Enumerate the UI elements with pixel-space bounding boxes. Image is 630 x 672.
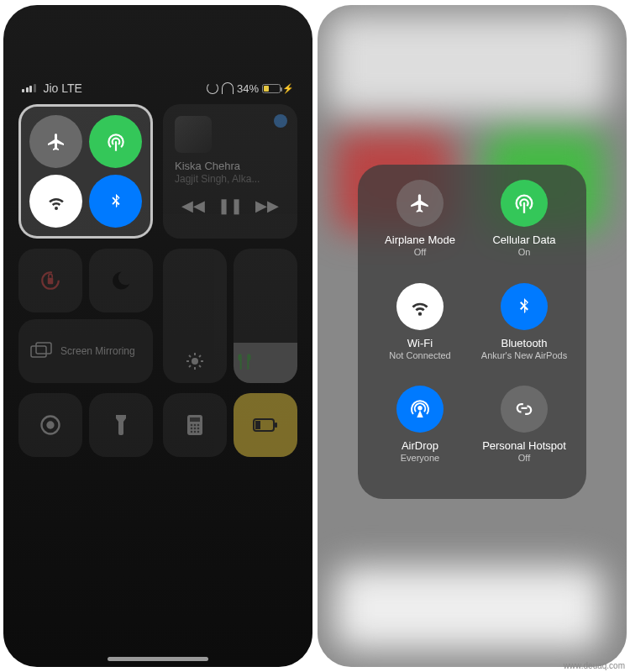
bluetooth-toggle[interactable] (89, 175, 142, 228)
svg-point-29 (417, 406, 423, 411)
charging-icon: ⚡ (282, 83, 294, 94)
airpods-icon (234, 351, 297, 373)
svg-point-17 (191, 424, 193, 427)
personal-hotspot-cell[interactable]: Personal Hotspot Off (472, 386, 576, 484)
svg-rect-12 (36, 343, 51, 354)
cellular-data-status: On (518, 247, 531, 257)
signal-icon (22, 84, 36, 92)
svg-line-7 (189, 355, 191, 357)
wifi-toggle[interactable] (29, 175, 82, 228)
wifi-icon (409, 296, 431, 318)
low-power-mode-tile[interactable] (234, 393, 297, 457)
home-indicator[interactable] (108, 657, 208, 661)
carrier-label: Jio LTE (43, 81, 81, 95)
bluetooth-status: Ankur's New AirPods (481, 350, 567, 360)
airdrop-cell[interactable]: AirDrop Everyone (368, 386, 472, 484)
record-icon (39, 413, 62, 437)
flashlight-tile[interactable] (89, 393, 153, 457)
connectivity-expanded-panel: Airplane Mode Off Cellular Data On Wi-Fi… (358, 165, 586, 499)
battery-percent: 34% (237, 82, 259, 95)
cellular-icon (105, 131, 127, 153)
orientation-lock-tile[interactable] (18, 249, 82, 312)
svg-line-10 (199, 355, 201, 357)
track-title: Kiska Chehra (175, 160, 286, 173)
screen-mirror-icon (30, 342, 52, 360)
airplane-mode-status: Off (414, 247, 426, 257)
battery-icon (262, 84, 281, 93)
svg-point-22 (197, 428, 200, 430)
orientation-lock-icon (207, 82, 218, 94)
phone-left-control-center: Jio LTE 34% ⚡ (3, 5, 312, 667)
bluetooth-icon (514, 297, 534, 317)
svg-point-2 (192, 358, 198, 365)
connectivity-group[interactable] (18, 104, 153, 239)
album-art (175, 116, 212, 153)
airplane-mode-cell[interactable]: Airplane Mode Off (368, 180, 472, 278)
rewind-button[interactable]: ◀◀ (181, 197, 205, 215)
svg-point-25 (197, 431, 200, 433)
svg-point-23 (191, 431, 193, 433)
airplane-mode-toggle[interactable] (29, 115, 82, 168)
wifi-status: Not Connected (389, 350, 450, 360)
status-right: 34% ⚡ (207, 82, 294, 95)
playback-controls: ◀◀ ❚❚ ▶▶ (175, 197, 286, 215)
airplane-icon (46, 132, 66, 152)
airplane-mode-label: Airplane Mode (385, 234, 455, 246)
bluetooth-cell[interactable]: Bluetooth Ankur's New AirPods (472, 283, 576, 381)
svg-rect-28 (255, 421, 260, 429)
wifi-label: Wi-Fi (407, 337, 433, 349)
volume-slider[interactable] (234, 249, 297, 383)
svg-line-9 (189, 365, 191, 367)
hotspot-icon (512, 397, 536, 421)
cellular-data-cell[interactable]: Cellular Data On (472, 180, 576, 278)
airdrop-label: AirDrop (402, 439, 438, 452)
wifi-button[interactable] (396, 283, 444, 330)
svg-point-20 (191, 428, 193, 430)
watermark: www.deuaq.com (564, 661, 625, 670)
brightness-slider[interactable] (163, 249, 227, 383)
do-not-disturb-tile[interactable] (89, 249, 153, 312)
personal-hotspot-label: Personal Hotspot (482, 439, 566, 452)
cellular-icon (512, 192, 536, 215)
personal-hotspot-button[interactable] (501, 386, 548, 433)
svg-point-14 (46, 421, 54, 428)
bluetooth-icon (107, 192, 125, 211)
now-playing-tile[interactable]: Kiska Chehra Jagjit Singh, Alka... ◀◀ ❚❚… (163, 104, 297, 239)
bluetooth-label: Bluetooth (501, 337, 548, 349)
svg-point-18 (194, 424, 197, 427)
svg-point-21 (194, 428, 197, 430)
headphones-icon (222, 82, 234, 94)
wifi-cell[interactable]: Wi-Fi Not Connected (368, 283, 472, 381)
battery-low-power-icon (253, 418, 278, 432)
orientation-lock-icon (39, 270, 61, 291)
personal-hotspot-status: Off (518, 453, 530, 463)
airdrop-button[interactable] (396, 386, 444, 433)
cellular-data-toggle[interactable] (89, 115, 142, 168)
airdrop-status: Everyone (401, 453, 439, 463)
track-artist: Jagjit Singh, Alka... (175, 173, 286, 185)
svg-rect-16 (190, 417, 200, 422)
flashlight-icon (113, 413, 129, 437)
calculator-tile[interactable] (163, 393, 227, 457)
airplane-mode-button[interactable] (396, 180, 444, 227)
bluetooth-button[interactable] (501, 283, 548, 330)
pause-button[interactable]: ❚❚ (218, 197, 243, 215)
cellular-data-label: Cellular Data (492, 234, 555, 246)
forward-button[interactable]: ▶▶ (255, 197, 279, 215)
svg-line-8 (199, 365, 201, 367)
sun-icon (185, 351, 205, 371)
svg-point-24 (194, 431, 197, 433)
cellular-data-button[interactable] (501, 180, 548, 227)
screen-mirroring-tile[interactable]: Screen Mirroring (18, 319, 153, 383)
wifi-icon (46, 192, 66, 212)
screen-record-tile[interactable] (18, 393, 82, 457)
airdrop-icon (407, 396, 433, 422)
moon-icon (109, 269, 133, 292)
status-bar: Jio LTE 34% ⚡ (3, 79, 312, 97)
svg-rect-11 (31, 346, 46, 357)
status-left: Jio LTE (22, 81, 82, 95)
airplay-indicator-icon (274, 114, 287, 128)
calculator-icon (186, 413, 204, 437)
svg-rect-1 (48, 278, 54, 285)
airplane-icon (409, 192, 431, 214)
